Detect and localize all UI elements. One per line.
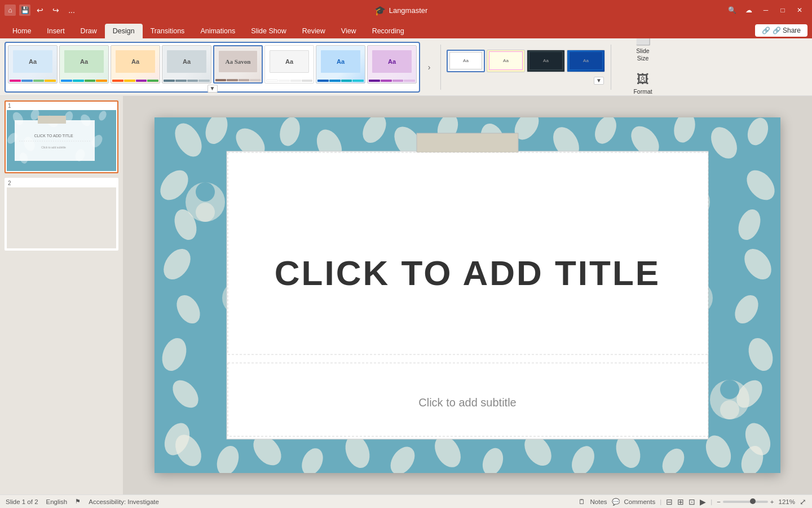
svg-point-65: [196, 203, 215, 222]
minimize-button[interactable]: ─: [758, 3, 774, 17]
themes-scroll-right[interactable]: ›: [423, 42, 435, 93]
slide-preview-1: CLICK TO ADD TITLE Click to add subtitle: [7, 110, 116, 171]
variant-4[interactable]: Aa: [567, 50, 605, 72]
tab-review[interactable]: Review: [294, 24, 333, 38]
tab-insert[interactable]: Insert: [39, 24, 72, 38]
ribbon-separator-2: [611, 45, 611, 90]
ribbon-actions: ⬜ Slide Size 🖼 Format Background: [621, 38, 664, 96]
normal-view-icon[interactable]: ⊟: [666, 497, 673, 506]
variant-3[interactable]: Aa: [527, 50, 565, 72]
ribbon-tabs: Home Insert Draw Design Transitions Anim…: [0, 20, 812, 38]
share-button[interactable]: 🔗 🔗 Share: [755, 24, 807, 37]
variant-grid: Aa Aa Aa Aa: [447, 50, 605, 72]
slide-size-icon: ⬜: [636, 38, 651, 46]
tab-draw[interactable]: Draw: [73, 24, 105, 38]
variants-more-arrow[interactable]: ▼: [594, 77, 604, 85]
theme-organic[interactable]: Aa Savon: [213, 45, 263, 84]
comments-icon: 💬: [612, 498, 620, 506]
theme-purple[interactable]: Aa: [367, 45, 417, 84]
zoom-in-icon[interactable]: +: [770, 498, 774, 505]
svg-rect-17: [7, 187, 116, 248]
cloud-button[interactable]: ☁: [741, 3, 757, 17]
maximize-button[interactable]: □: [775, 3, 791, 17]
theme-blue[interactable]: Aa: [316, 45, 365, 84]
home-icon[interactable]: ⌂: [5, 5, 16, 16]
theme-dark[interactable]: Aa: [162, 45, 211, 84]
window-controls: 🔍 ☁ ─ □ ✕: [724, 3, 807, 17]
svg-text:CLICK TO ADD TITLE: CLICK TO ADD TITLE: [34, 134, 73, 138]
variant-1[interactable]: Aa: [447, 50, 485, 72]
slide-size-label: Slide Size: [636, 47, 649, 62]
save-icon[interactable]: 💾: [19, 5, 30, 16]
tab-home[interactable]: Home: [5, 24, 39, 38]
tab-animations[interactable]: Animations: [192, 24, 243, 38]
theme-colorful[interactable]: Aa: [8, 45, 58, 84]
zoom-slider[interactable]: [723, 501, 768, 503]
slide-num-2: 2: [7, 180, 116, 186]
variant-2[interactable]: Aa: [487, 50, 525, 72]
close-button[interactable]: ✕: [792, 3, 807, 17]
format-bg-icon: 🖼: [637, 72, 649, 87]
redo-button[interactable]: ↪: [50, 4, 62, 16]
canvas-area[interactable]: CLICK TO ADD TITLE Click to add subtitle: [123, 96, 812, 494]
zoom-handle: [750, 498, 756, 504]
slide-thumb-1[interactable]: 1: [5, 100, 118, 173]
ribbon-separator: [440, 45, 441, 90]
slide-thumb-2[interactable]: 2: [5, 178, 118, 251]
main-area: 1: [0, 96, 812, 494]
svg-rect-84: [228, 152, 708, 354]
slide-sorter-icon[interactable]: ⊞: [677, 497, 684, 506]
slide-info: Slide 1 of 2: [6, 498, 38, 505]
fit-slide-icon[interactable]: ⤢: [800, 497, 806, 506]
theme-circuit[interactable]: Aa: [59, 45, 109, 84]
status-sep-2: |: [710, 498, 712, 505]
status-right: 🗒 Notes 💬 Comments | ⊟ ⊞ ⊡ ▶ | − + 121% …: [579, 497, 806, 506]
app-title: Langmaster: [389, 6, 428, 15]
slideshow-icon[interactable]: ▶: [700, 497, 706, 506]
reading-view-icon[interactable]: ⊡: [689, 497, 695, 506]
slide-num-1: 1: [7, 103, 116, 109]
svg-rect-13: [38, 116, 66, 124]
comments-button[interactable]: Comments: [624, 498, 656, 505]
tab-view[interactable]: View: [333, 24, 364, 38]
accessibility-label[interactable]: Accessibility: Investigate: [89, 498, 159, 505]
slide-preview-2: [7, 187, 116, 248]
svg-point-64: [196, 182, 215, 202]
tab-recording[interactable]: Recording: [364, 24, 412, 38]
app-title-area: 🎓 Langmaster: [374, 5, 428, 16]
slide-panel: 1: [0, 96, 123, 494]
share-icon: 🔗: [762, 27, 770, 34]
status-sep-1: |: [660, 498, 661, 505]
title-bar: ⌂ 💾 ↩ ↪ ... 🎓 Langmaster 🔍 ☁ ─ □ ✕: [0, 0, 812, 20]
theme-default[interactable]: Aa: [264, 45, 314, 84]
notes-button[interactable]: Notes: [590, 498, 607, 505]
svg-point-76: [720, 380, 739, 399]
notes-icon: 🗒: [579, 498, 585, 505]
format-background-button[interactable]: 🖼 Format Background: [621, 69, 664, 97]
slide-size-button[interactable]: ⬜ Slide Size: [621, 38, 664, 65]
accessibility-icon[interactable]: ⚑: [75, 498, 81, 505]
format-background-label: Format Background: [627, 88, 659, 97]
undo-button[interactable]: ↩: [34, 4, 46, 16]
share-label: 🔗 Share: [773, 27, 801, 34]
variants-section: Aa Aa Aa Aa ▼: [447, 42, 605, 93]
language-label[interactable]: English: [46, 498, 68, 505]
slide-canvas[interactable]: CLICK TO ADD TITLE Click to add subtitle: [155, 117, 780, 473]
theme-multicolor[interactable]: Aa: [111, 45, 160, 84]
themes-more-arrow[interactable]: ▼: [208, 85, 218, 93]
zoom-control[interactable]: − + 121%: [717, 498, 795, 505]
zoom-out-icon[interactable]: −: [717, 498, 721, 505]
tab-slideshow[interactable]: Slide Show: [243, 24, 294, 38]
svg-rect-12: [15, 120, 95, 161]
tab-design[interactable]: Design: [105, 24, 143, 38]
tab-transitions[interactable]: Transitions: [143, 24, 193, 38]
svg-text:Click to add subtitle: Click to add subtitle: [41, 146, 66, 149]
app-logo: 🎓: [374, 5, 386, 16]
status-bar: Slide 1 of 2 English ⚑ Accessibility: In…: [0, 494, 812, 508]
themes-section: Aa Aa Aa: [5, 42, 420, 93]
titlebar-left: ⌂ 💾 ↩ ↪ ...: [5, 4, 78, 16]
zoom-level: 121%: [779, 498, 795, 505]
more-button[interactable]: ...: [65, 4, 78, 16]
search-button[interactable]: 🔍: [724, 3, 740, 17]
ribbon: Aa Aa Aa: [0, 38, 812, 96]
